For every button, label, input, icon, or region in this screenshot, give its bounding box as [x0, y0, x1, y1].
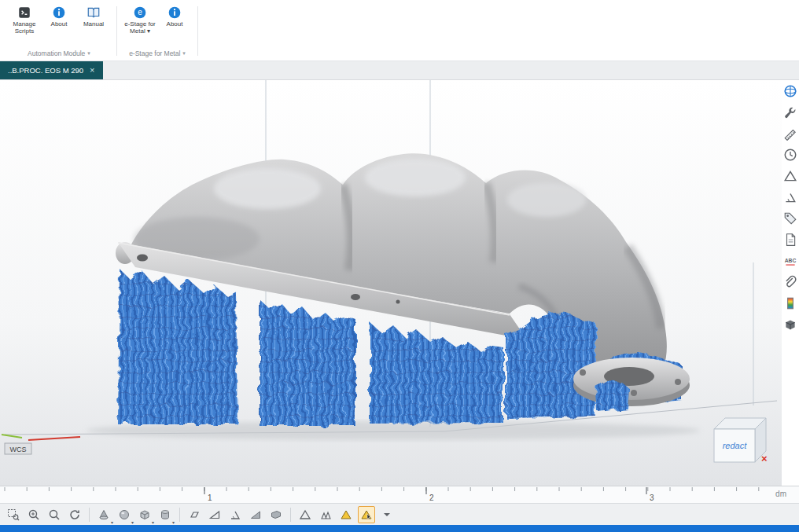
measure-ruler-icon[interactable]	[783, 127, 797, 141]
block-button[interactable]	[267, 506, 285, 523]
info-icon	[168, 6, 182, 20]
color-scale-icon[interactable]	[783, 296, 797, 310]
measure-angle-icon[interactable]	[783, 190, 797, 204]
dropdown-caret-icon: ▾	[152, 519, 154, 525]
manage-scripts-button[interactable]: Manage Scripts	[8, 3, 41, 38]
ruler-tick-label: 3	[650, 493, 654, 502]
ribbon-group-estage: ee-Stage for Metal ▾About e-Stage for Me…	[119, 2, 196, 61]
right-toolbar: ABC	[782, 82, 799, 334]
ribbon-separator	[197, 6, 198, 56]
svg-text:e: e	[138, 8, 142, 17]
ruler-tick-label: 2	[429, 493, 434, 502]
plate-hole	[396, 300, 400, 304]
ribbon-button-label: About	[167, 21, 183, 28]
view-cube-icon[interactable]	[783, 317, 797, 332]
ribbon-separator	[116, 6, 117, 56]
measure-triangle-icon[interactable]	[783, 169, 797, 183]
toolbar-separator	[89, 508, 90, 522]
viewport-3d: WCS ABC redact ×	[0, 80, 799, 486]
ramp-button[interactable]	[247, 506, 264, 523]
prism-select-button[interactable]	[317, 506, 334, 523]
application-window: Manage ScriptsAboutManual Automation Mod…	[0, 0, 799, 532]
tab-label: ..B.PROC. EOS M 290	[8, 66, 83, 75]
estage-for-metal-button[interactable]: ee-Stage for Metal ▾	[123, 3, 156, 38]
manual-button[interactable]: Manual	[77, 3, 110, 38]
rotate-view-button[interactable]	[66, 506, 83, 523]
ribbon-toolbar: Manage ScriptsAboutManual Automation Mod…	[0, 0, 799, 61]
triangle-select-button[interactable]	[296, 506, 314, 523]
history-clock-icon[interactable]	[783, 148, 797, 162]
ribbon-group-label-text: e-Stage for Metal	[129, 50, 180, 57]
primitive-cylinder-button[interactable]: ▾	[156, 506, 174, 523]
estage-icon: e	[133, 6, 147, 20]
viewcube-close-icon[interactable]: ×	[761, 453, 768, 464]
mark-triangles-tool-button[interactable]	[358, 506, 375, 523]
plate-hole	[137, 255, 148, 262]
marked-triangles-button[interactable]	[337, 506, 355, 523]
more-tools-button[interactable]	[378, 506, 396, 523]
ribbon-group-label-text: Automation Module	[28, 50, 85, 57]
plane-section-button[interactable]	[186, 506, 203, 523]
toolbar-separator	[290, 508, 291, 522]
chevron-down-icon: ▾	[182, 50, 186, 57]
zoom-button[interactable]	[46, 506, 63, 523]
status-bar	[0, 525, 799, 532]
bottom-toolbar: ▾▾▾▾	[0, 503, 799, 525]
ruler-unit-label: dm	[775, 490, 786, 498]
tools-wrench-icon[interactable]	[783, 105, 797, 119]
ruler-tick-label: 1	[208, 493, 212, 502]
info-icon	[52, 6, 66, 20]
about-estage-button[interactable]: About	[158, 3, 191, 38]
view-rotate-icon[interactable]	[783, 84, 797, 98]
chevron-down-icon: ▾	[87, 50, 90, 57]
dropdown-caret-icon: ▾	[172, 519, 175, 525]
svg-text:ABC: ABC	[785, 258, 797, 263]
ribbon-button-label: About	[51, 21, 68, 28]
pipe-flange[interactable]	[573, 358, 690, 406]
scene-canvas[interactable]: WCS	[0, 80, 782, 486]
ribbon-group-label-estage[interactable]: e-Stage for Metal ▾	[123, 48, 191, 60]
primitive-cone-button[interactable]: ▾	[95, 506, 112, 523]
tab-bar: ..B.PROC. EOS M 290 ×	[0, 61, 799, 80]
plate-hole	[351, 294, 360, 300]
ribbon-button-label: Manage Scripts	[9, 21, 40, 35]
ribbon-group-label-automation[interactable]: Automation Module ▾	[8, 48, 110, 60]
ribbon-button-label: e-Stage for Metal ▾	[124, 21, 156, 35]
toolbar-separator	[179, 508, 180, 522]
report-document-icon[interactable]	[783, 233, 797, 247]
dropdown-caret-icon: ▾	[131, 519, 134, 525]
wcs-label: WCS	[10, 446, 27, 453]
ribbon-button-label: Manual	[83, 21, 104, 28]
primitive-cube-button[interactable]: ▾	[136, 506, 153, 523]
tab-document[interactable]: ..B.PROC. EOS M 290 ×	[0, 61, 103, 79]
tab-close-icon[interactable]: ×	[90, 66, 94, 75]
support-tuft	[595, 380, 629, 412]
text-label-icon[interactable]: ABC	[783, 254, 797, 268]
wedge-section-button[interactable]	[206, 506, 223, 523]
angle-measure-button[interactable]	[226, 506, 244, 523]
annotation-tag-icon[interactable]	[783, 211, 797, 226]
zoom-in-button[interactable]	[25, 506, 42, 523]
zoom-region-button[interactable]	[5, 506, 22, 523]
attachment-clip-icon[interactable]	[783, 275, 797, 289]
about-automation-button[interactable]: About	[42, 3, 75, 38]
primitive-sphere-button[interactable]: ▾	[116, 506, 133, 523]
viewcube-front-label: redact	[723, 441, 748, 450]
ribbon-group-automation-module: Manage ScriptsAboutManual Automation Mod…	[3, 2, 115, 61]
book-icon	[87, 6, 101, 20]
ruler: 123 dm	[0, 486, 799, 503]
dropdown-caret-icon: ▾	[111, 519, 113, 525]
script-icon	[17, 6, 31, 20]
